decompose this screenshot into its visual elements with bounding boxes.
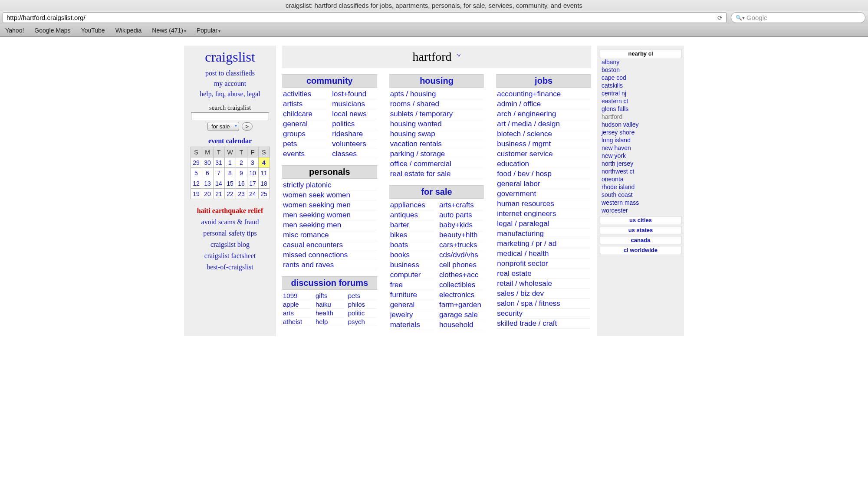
housing-head[interactable]: housing — [389, 74, 484, 88]
logo[interactable]: craigslist — [186, 49, 274, 65]
cal-day[interactable]: 14 — [213, 178, 224, 189]
cal-day[interactable]: 10 — [247, 168, 258, 178]
category-link[interactable]: general labor — [497, 179, 590, 189]
category-link[interactable]: clothes+acc — [439, 270, 483, 280]
category-link[interactable]: nonprofit sector — [497, 259, 590, 269]
cal-day[interactable]: 15 — [224, 178, 236, 189]
bookmark-item[interactable]: Yahoo! — [5, 27, 24, 34]
other-region-link[interactable]: cl worldwide — [600, 246, 681, 254]
category-link[interactable]: education — [497, 159, 590, 169]
category-link[interactable]: gifts — [316, 291, 344, 300]
cal-day[interactable]: 6 — [202, 168, 213, 178]
category-link[interactable]: farm+garden — [439, 300, 483, 310]
other-region-link[interactable]: us states — [600, 226, 681, 234]
category-link[interactable]: politic — [348, 309, 376, 318]
bookmark-item[interactable]: Wikipedia — [115, 27, 142, 34]
cal-day[interactable]: 9 — [236, 168, 247, 178]
category-link[interactable]: sales / biz dev — [497, 289, 590, 299]
category-link[interactable]: classes — [332, 149, 376, 159]
cal-day[interactable]: 3 — [247, 157, 258, 168]
category-link[interactable]: retail / wholesale — [497, 279, 590, 289]
category-link[interactable]: business / mgmt — [497, 139, 590, 149]
category-link[interactable]: rooms / shared — [390, 99, 483, 109]
category-link[interactable]: collectibles — [439, 280, 483, 290]
category-link[interactable]: sublets / temporary — [390, 109, 483, 119]
category-link[interactable]: rants and raves — [283, 260, 376, 270]
category-link[interactable]: help — [316, 318, 344, 326]
cal-day[interactable]: 13 — [202, 178, 213, 189]
category-link[interactable]: bikes — [390, 230, 434, 240]
bookmark-item[interactable]: YouTube — [81, 27, 105, 34]
cal-day[interactable]: 22 — [224, 189, 236, 199]
category-link[interactable]: women seeking men — [283, 200, 376, 210]
category-link[interactable]: legal / paralegal — [497, 219, 590, 229]
nearby-city[interactable]: central nj — [600, 89, 681, 97]
nearby-city[interactable]: albany — [600, 58, 681, 66]
category-link[interactable]: medical / health — [497, 249, 590, 259]
nearby-city[interactable]: worcester — [600, 206, 681, 214]
nearby-city[interactable]: oneonta — [600, 175, 681, 183]
url-bar[interactable]: http://hartford.craigslist.org/ ⟳ — [3, 12, 727, 23]
cal-day[interactable]: 23 — [236, 189, 247, 199]
category-link[interactable]: men seeking men — [283, 220, 376, 230]
category-link[interactable]: strictly platonic — [283, 180, 376, 190]
category-link[interactable]: household — [439, 320, 483, 330]
category-link[interactable]: arch / engineering — [497, 109, 590, 119]
category-link[interactable]: customer service — [497, 149, 590, 159]
category-link[interactable]: events — [283, 149, 327, 159]
category-link[interactable]: childcare — [283, 109, 327, 119]
cal-day[interactable]: 2 — [236, 157, 247, 168]
category-link[interactable]: auto parts — [439, 210, 483, 220]
nearby-city[interactable]: glens falls — [600, 105, 681, 113]
left-footer-link[interactable]: personal safety tips — [186, 229, 274, 237]
cal-day[interactable]: 29 — [191, 157, 202, 168]
category-link[interactable]: jewelry — [390, 310, 434, 320]
category-link[interactable]: barter — [390, 220, 434, 230]
category-link[interactable]: haiku — [316, 300, 344, 309]
category-link[interactable]: manufacturing — [497, 229, 590, 239]
browser-search[interactable]: 🔍▾ Google — [731, 12, 865, 23]
cal-day[interactable]: 31 — [213, 157, 224, 168]
bookmark-item[interactable]: Google Maps — [34, 27, 70, 34]
category-link[interactable]: atheist — [283, 318, 311, 326]
nearby-city[interactable]: jersey shore — [600, 128, 681, 136]
nearby-city[interactable]: northwest ct — [600, 167, 681, 175]
nearby-city[interactable]: rhode island — [600, 183, 681, 191]
cal-day[interactable]: 16 — [236, 178, 247, 189]
category-link[interactable]: books — [390, 250, 434, 260]
other-region-link[interactable]: us cities — [600, 216, 681, 224]
cal-day[interactable]: 18 — [258, 178, 270, 189]
category-link[interactable]: parking / storage — [390, 149, 483, 159]
category-link[interactable]: food / bev / hosp — [497, 169, 590, 179]
nearby-city[interactable]: western mass — [600, 199, 681, 206]
search-go-button[interactable]: > — [242, 122, 253, 131]
category-link[interactable]: garage sale — [439, 310, 483, 320]
forums-head[interactable]: discussion forums — [282, 276, 377, 290]
left-footer-link[interactable]: best-of-craigslist — [186, 263, 274, 271]
nearby-city[interactable]: hudson valley — [600, 121, 681, 128]
category-link[interactable]: computer — [390, 270, 434, 280]
category-link[interactable]: real estate for sale — [390, 169, 483, 179]
category-link[interactable]: volunteers — [332, 139, 376, 149]
left-footer-link[interactable]: craigslist factsheet — [186, 252, 274, 260]
category-link[interactable]: psych — [348, 318, 376, 326]
category-link[interactable]: women seek women — [283, 190, 376, 200]
category-link[interactable]: accounting+finance — [497, 89, 590, 99]
category-link[interactable]: admin / office — [497, 99, 590, 109]
category-link[interactable]: boats — [390, 240, 434, 250]
left-nav-link[interactable]: my account — [186, 80, 274, 88]
cal-day[interactable]: 30 — [202, 157, 213, 168]
category-link[interactable]: free — [390, 280, 434, 290]
category-link[interactable]: government — [497, 189, 590, 199]
personals-head[interactable]: personals — [282, 165, 377, 179]
category-link[interactable]: office / commercial — [390, 159, 483, 169]
category-link[interactable]: housing wanted — [390, 119, 483, 129]
nearby-city[interactable]: boston — [600, 66, 681, 74]
category-link[interactable]: cars+trucks — [439, 240, 483, 250]
cal-day[interactable]: 1 — [224, 157, 236, 168]
cal-day[interactable]: 17 — [247, 178, 258, 189]
reload-icon[interactable]: ⟳ — [717, 14, 723, 21]
category-link[interactable]: activities — [283, 89, 327, 99]
bookmark-item[interactable]: Popular — [197, 27, 220, 34]
nearby-city[interactable]: hartford — [600, 113, 681, 121]
